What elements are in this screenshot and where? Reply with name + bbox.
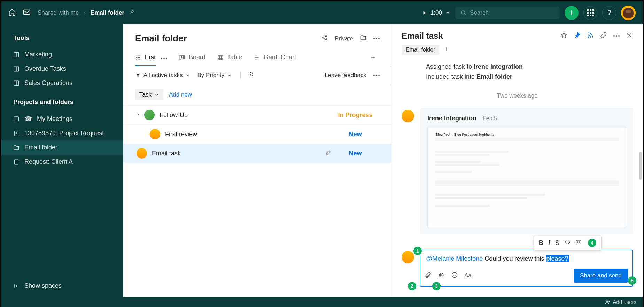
sidebar-item-meetings[interactable]: ☎My Meetings	[1, 112, 123, 126]
create-button[interactable]	[565, 6, 579, 20]
center-panel: Email folder Private List Board Table Ga…	[123, 24, 391, 297]
parent-folder-chip[interactable]: Email folder	[402, 45, 439, 55]
activity-log: Assigned task to Irene Integration Inclu…	[402, 60, 633, 83]
thumb-title: [Blog Post] - Blog Post about Highlights	[435, 133, 619, 136]
tab-gantt[interactable]: Gantt Chart	[254, 51, 296, 66]
chip-label: Task	[139, 91, 152, 98]
sidebar-item-sales[interactable]: Sales Operations	[1, 76, 123, 90]
folder-icon[interactable]	[360, 34, 366, 43]
task-status: New	[331, 150, 380, 157]
svg-point-18	[606, 300, 608, 302]
sidebar-item-overdue[interactable]: Overdue Tasks	[1, 62, 123, 76]
sidebar-item-email-folder[interactable]: Email folder	[1, 140, 123, 155]
comment-avatar	[402, 110, 414, 122]
tab-label: Gantt Chart	[264, 54, 296, 61]
breadcrumb-current[interactable]: Email folder	[91, 9, 124, 16]
share-icon[interactable]	[321, 34, 328, 43]
filter-all-tasks[interactable]: All active tasks	[135, 72, 190, 79]
breadcrumb-parent[interactable]: Shared with me	[38, 9, 79, 16]
more-icon[interactable]	[373, 38, 380, 39]
mail-icon[interactable]	[23, 8, 31, 17]
pin-icon[interactable]	[574, 32, 581, 40]
close-icon[interactable]	[626, 32, 633, 40]
send-button[interactable]: Share and send	[574, 269, 628, 283]
sidebar-item-project-request[interactable]: 130789579: Project Request	[1, 126, 123, 140]
sidebar-item-client-a[interactable]: Request: Client A	[1, 155, 123, 169]
timer[interactable]: 1:00	[422, 9, 450, 16]
phone-icon: ☎	[24, 115, 32, 123]
task-type-chip[interactable]: Task	[135, 89, 163, 100]
expand-all-icon[interactable]	[249, 71, 255, 79]
apps-icon[interactable]	[583, 6, 597, 20]
attachment-icon	[325, 150, 331, 157]
filter-label: All active tasks	[143, 72, 183, 79]
help-icon[interactable]: ?	[602, 6, 616, 20]
add-new-link[interactable]: Add new	[169, 91, 192, 98]
add-tab-button[interactable]	[370, 52, 376, 66]
task-row[interactable]: Email task New	[123, 144, 391, 163]
activity-timestamp: Two weeks ago	[402, 83, 633, 108]
folder-title: Email folder	[135, 33, 187, 44]
tab-label: List	[145, 54, 156, 61]
pin-icon[interactable]	[129, 9, 135, 16]
more-icon[interactable]	[613, 35, 620, 37]
private-label[interactable]: Private	[335, 35, 353, 42]
sidebar-item-marketing[interactable]: Marketing	[1, 47, 123, 62]
home-icon[interactable]	[8, 8, 16, 17]
expand-icon[interactable]	[135, 112, 142, 119]
codeblock-button[interactable]	[575, 239, 582, 247]
sidebar-item-label: 130789579: Project Request	[24, 130, 104, 137]
badge-1: 1	[413, 247, 422, 255]
search-input[interactable]	[455, 7, 560, 19]
tab-list[interactable]: List	[135, 51, 156, 66]
svg-rect-10	[180, 55, 181, 60]
sidebar: Tools Marketing Overdue Tasks Sales Oper…	[1, 24, 123, 297]
svg-rect-11	[182, 55, 183, 58]
badge-4: 4	[588, 239, 596, 247]
emoji-icon[interactable]	[451, 271, 458, 280]
sidebar-item-label: Overdue Tasks	[24, 65, 66, 72]
add-folder-icon[interactable]	[443, 46, 449, 53]
sidebar-item-label: Sales Operations	[24, 79, 72, 87]
link-icon[interactable]	[600, 32, 607, 40]
tab-more-icon[interactable]	[161, 58, 167, 59]
timer-value: 1:00	[430, 9, 442, 16]
task-row[interactable]: Follow-Up In Progress	[123, 105, 391, 124]
bold-button[interactable]: B	[539, 239, 543, 247]
attachment-thumbnail[interactable]: [Blog Post] - Blog Post about Highlights	[427, 127, 626, 228]
tab-table[interactable]: Table	[217, 51, 242, 66]
reply-text[interactable]: @Melanie Milestone Could you review this…	[420, 250, 632, 266]
strike-button[interactable]: S	[555, 239, 559, 247]
task-title: Email task	[152, 150, 325, 157]
reply-box[interactable]: @Melanie Milestone Could you review this…	[420, 250, 633, 287]
leave-feedback-link[interactable]: Leave feedback	[325, 72, 366, 79]
tab-board[interactable]: Board	[179, 51, 205, 66]
format-toggle[interactable]: Aa	[464, 272, 472, 279]
code-button[interactable]	[564, 239, 571, 247]
mention-icon[interactable]	[438, 271, 445, 280]
svg-rect-15	[576, 240, 581, 244]
sidebar-item-label: Email folder	[24, 144, 57, 151]
task-row[interactable]: First review New	[123, 124, 391, 144]
badge-5: 5	[628, 276, 636, 285]
mention[interactable]: @Melanie Milestone	[426, 255, 483, 262]
filter-sort[interactable]: By Priority	[197, 72, 232, 79]
rss-icon[interactable]	[587, 32, 594, 40]
sidebar-item-label: Request: Client A	[24, 158, 73, 166]
sidebar-tools-title: Tools	[1, 34, 123, 47]
search-icon	[461, 10, 466, 16]
italic-button[interactable]: I	[548, 239, 550, 247]
scrollbar[interactable]	[639, 152, 642, 180]
show-spaces-button[interactable]: Show spaces	[1, 275, 123, 297]
attach-icon[interactable]	[425, 271, 432, 280]
user-avatar[interactable]	[621, 6, 636, 20]
task-list: Follow-Up In Progress First review New E…	[123, 105, 391, 297]
task-title: First review	[165, 131, 331, 138]
star-icon[interactable]	[560, 32, 567, 40]
activity-text: Included task into	[426, 73, 476, 80]
search-field[interactable]	[470, 9, 554, 16]
top-header: Shared with me › Email folder 1:00 ?	[1, 1, 643, 24]
filters-more-icon[interactable]	[373, 75, 380, 76]
add-users-button[interactable]: Add users	[605, 299, 636, 305]
comment-date: Feb 5	[483, 115, 497, 122]
